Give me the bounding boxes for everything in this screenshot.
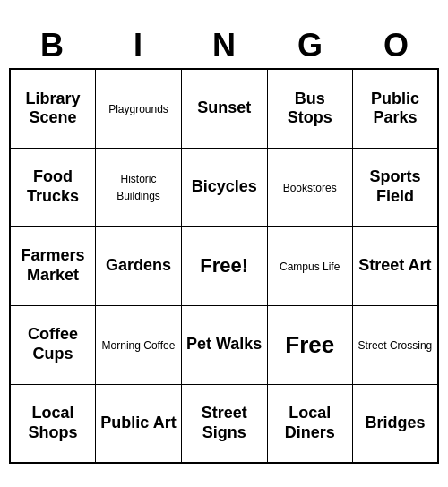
table-cell: Library Scene (10, 69, 96, 148)
cell-text: Public Art (100, 414, 176, 431)
cell-text: Free! (200, 254, 248, 277)
table-cell: Morning Coffee (96, 305, 182, 384)
cell-text: Gardens (106, 256, 171, 274)
table-cell: Local Shops (10, 384, 96, 463)
bingo-card: B I N G O Library ScenePlaygroundsSunset… (9, 23, 439, 464)
table-cell: Sports Field (352, 148, 438, 226)
table-cell: Food Trucks (10, 148, 96, 226)
table-cell: Bicycles (181, 148, 267, 226)
table-cell: Coffee Cups (10, 305, 96, 384)
table-cell: Free (267, 305, 352, 384)
table-cell: Gardens (96, 226, 182, 305)
cell-text: Sports Field (369, 167, 420, 205)
cell-text: Bridges (365, 414, 425, 431)
table-row: Local ShopsPublic ArtStreet SignsLocal D… (10, 384, 438, 463)
header-b: B (9, 23, 95, 68)
table-cell: Campus Life (267, 226, 352, 305)
table-cell: Street Crossing (352, 305, 438, 384)
table-cell: Historic Buildings (96, 148, 182, 226)
header-i: I (95, 23, 181, 68)
cell-text: Farmers Market (22, 246, 85, 284)
cell-text: Food Trucks (27, 167, 79, 205)
header-n: N (181, 23, 267, 68)
table-cell: Bookstores (267, 148, 352, 226)
table-cell: Local Diners (267, 384, 352, 463)
cell-text: Street Signs (202, 404, 247, 441)
cell-text: Pet Walks (186, 335, 262, 353)
cell-text: Library Scene (26, 90, 81, 127)
table-row: Food TrucksHistoric BuildingsBicyclesBoo… (10, 148, 438, 226)
table-row: Farmers MarketGardensFree!Campus LifeStr… (10, 226, 438, 305)
table-cell: Bus Stops (267, 69, 352, 148)
cell-text: Local Diners (285, 404, 335, 441)
cell-text: Historic Buildings (116, 173, 160, 202)
table-row: Library ScenePlaygroundsSunsetBus StopsP… (10, 69, 438, 148)
cell-text: Campus Life (280, 261, 340, 273)
cell-text: Bookstores (283, 182, 337, 194)
bingo-grid: Library ScenePlaygroundsSunsetBus StopsP… (9, 68, 439, 464)
cell-text: Street Art (358, 256, 431, 274)
cell-text: Playgrounds (108, 103, 168, 115)
table-cell: Street Signs (181, 384, 267, 463)
table-cell: Playgrounds (96, 69, 182, 148)
bingo-header: B I N G O (9, 23, 439, 68)
table-cell: Public Parks (352, 69, 438, 148)
cell-text: Free (285, 331, 334, 358)
table-row: Coffee CupsMorning CoffeePet WalksFreeSt… (10, 305, 438, 384)
table-cell: Public Art (96, 384, 182, 463)
cell-text: Street Crossing (358, 339, 433, 352)
cell-text: Coffee Cups (28, 325, 78, 363)
table-cell: Farmers Market (10, 226, 96, 305)
cell-text: Sunset (197, 98, 251, 116)
cell-text: Local Shops (29, 404, 78, 441)
table-cell: Pet Walks (181, 305, 267, 384)
header-o: O (353, 23, 439, 68)
table-cell: Bridges (352, 384, 438, 463)
header-g: G (267, 23, 353, 68)
cell-text: Bicycles (192, 177, 257, 195)
cell-text: Public Parks (371, 90, 419, 127)
cell-text: Bus Stops (288, 90, 332, 127)
table-cell: Street Art (352, 226, 438, 305)
cell-text: Morning Coffee (102, 339, 176, 352)
table-cell: Sunset (181, 69, 267, 148)
table-cell: Free! (181, 226, 267, 305)
